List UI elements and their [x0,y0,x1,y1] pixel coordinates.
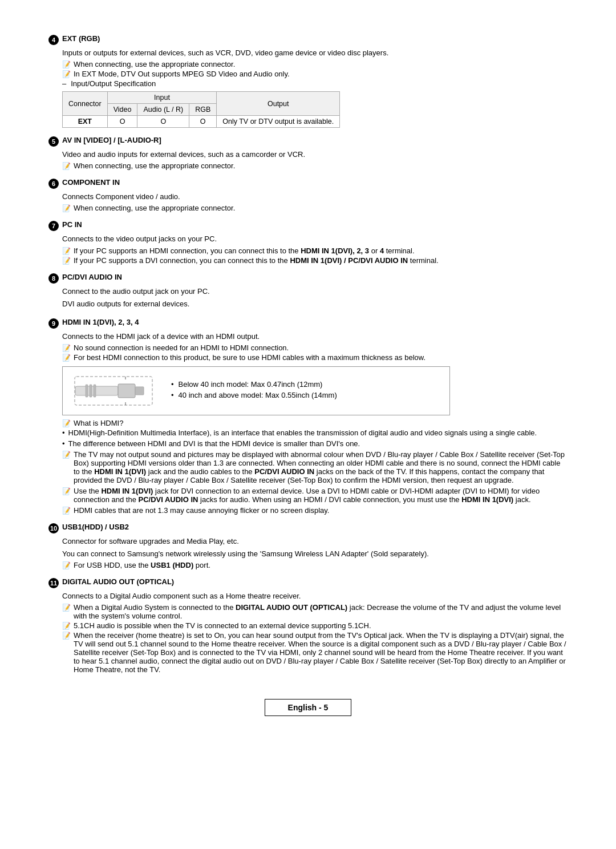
section-title-component: COMPONENT IN [62,178,120,187]
note-icon-what: 📝 [62,419,71,427]
section-body-digital: Connects to a Digital Audio component su… [62,591,568,674]
hdmi-note-flicker-text: HDMI cables that are not 1.3 may cause a… [74,506,329,515]
section-pcdvi: 8 PC/DVI AUDIO IN Connect to the audio o… [48,273,568,310]
ext-note2-text: In EXT Mode, DTV Out supports MPEG SD Vi… [74,70,290,78]
note-icon-hdmi1: 📝 [62,344,71,352]
ext-desc: Inputs or outputs for external devices, … [62,47,568,59]
section-title-usb: USB1(HDD) / USB2 [62,523,129,531]
section-header-hdmi: 9 HDMI IN 1(DVI), 2, 3, 4 [48,318,568,329]
section-body-av: Video and audio inputs for external devi… [62,149,568,170]
section-num-av: 5 [48,136,59,147]
ext-note1-text: When connecting, use the appropriate con… [74,60,235,68]
note-icon-dvi: 📝 [62,487,71,495]
section-title-av: AV IN [VIDEO] / [L-AUDIO-R] [62,136,161,144]
section-num-digital: 11 [48,578,59,588]
note-icon-digital2: 📝 [62,622,71,630]
usb-note1-text: For USB HDD, use the USB1 (HDD) port. [74,561,210,569]
note-icon-setop: 📝 [62,451,71,459]
hdmi-note-setop-text: The TV may not output sound and pictures… [74,450,568,484]
section-num-pcdvi: 8 [48,273,59,284]
bullet-icon-2: • [62,439,65,448]
hdmi-what: 📝 What is HDMI? [62,419,568,427]
hdmi-bullet-desc2-text: The difference between HDMI and DVI is t… [68,439,360,448]
row-ext-audio: O [137,116,189,128]
dash-symbol: – [62,79,66,88]
hdmi-bullet-list: Below 40 inch model: Max 0.47inch (12mm)… [171,380,337,402]
section-title-pc: PC IN [62,220,82,229]
pc-note1: 📝 If your PC supports an HDMI connection… [62,246,568,255]
component-note1-text: When connecting, use the appropriate con… [74,204,235,212]
hdmi-bullet-2: 40 inch and above model: Max 0.55inch (1… [171,391,337,399]
hdmi-note-flicker: 📝 HDMI cables that are not 1.3 may cause… [62,506,568,515]
section-body-usb: Connector for software upgrades and Medi… [62,536,568,569]
note-icon-pc2: 📝 [62,257,71,265]
section-num-component: 6 [48,179,59,189]
bullet-icon-1: • [62,428,65,437]
digital-note1: 📝 When a Digital Audio System is connect… [62,603,568,620]
section-header-usb: 10 USB1(HDD) / USB2 [48,523,568,533]
hdmi-note-dvi: 📝 Use the HDMI IN 1(DVI) jack for DVI co… [62,487,568,504]
section-title-pcdvi: PC/DVI AUDIO IN [62,273,122,281]
footer-label: English - 5 [288,703,329,712]
section-body-hdmi: Connects to the HDMI jack of a device wi… [62,331,568,515]
section-num-hdmi: 9 [48,318,59,329]
note-icon-usb1: 📝 [62,561,71,569]
usb-desc2: You can connect to Samsung's network wir… [62,548,568,560]
svg-rect-4 [118,384,135,398]
section-title-hdmi: HDMI IN 1(DVI), 2, 3, 4 [62,318,139,326]
digital-desc1: Connects to a Digital Audio component su… [62,591,568,602]
section-hdmi: 9 HDMI IN 1(DVI), 2, 3, 4 Connects to th… [48,318,568,515]
section-component: 6 COMPONENT IN Connects Component video … [48,178,568,212]
ext-note2: 📝 In EXT Mode, DTV Out supports MPEG SD … [62,70,568,78]
pc-note2-text: If your PC supports a DVI connection, yo… [74,256,439,265]
note-icon-digital1: 📝 [62,604,71,612]
section-av-in: 5 AV IN [VIDEO] / [L-AUDIO-R] Video and … [48,136,568,170]
pcdvi-desc2: DVI audio outputs for external devices. [62,298,568,310]
col-video: Video [107,104,137,116]
note-icon-component1: 📝 [62,204,71,212]
ext-dash-text: Input/Output Specification [71,79,156,88]
footer-box: English - 5 [265,699,352,716]
digital-note2-text: 5.1CH audio is possible when the TV is c… [74,621,371,630]
section-usb: 10 USB1(HDD) / USB2 Connector for softwa… [48,523,568,569]
section-num-pc: 7 [48,221,59,231]
hdmi-bullet-desc1: • HDMI(High-Definition Multimedia Interf… [62,428,568,437]
col-input: Input [107,92,217,104]
hdmi-bullet-desc2: • The difference between HDMI and DVI is… [62,439,568,448]
hdmi-cable-box: Below 40 inch model: Max 0.47inch (12mm)… [62,366,450,415]
hdmi-cable-svg [74,374,154,408]
hdmi-note-setop: 📝 The TV may not output sound and pictur… [62,450,568,484]
ext-dash: – Input/Output Specification [62,79,568,88]
av-note1-text: When connecting, use the appropriate con… [74,161,235,170]
col-connector: Connector [63,92,108,116]
digital-note2: 📝 5.1CH audio is possible when the TV is… [62,621,568,630]
section-body-ext: Inputs or outputs for external devices, … [62,47,568,128]
digital-note3-text: When the receiver (home theatre) is set … [74,631,568,674]
footer: English - 5 [48,682,568,727]
hdmi-note2-text: For best HDMI connection to this product… [74,353,425,362]
section-header-pcdvi: 8 PC/DVI AUDIO IN [48,273,568,284]
section-num-usb: 10 [48,523,59,533]
svg-rect-5 [135,387,144,395]
digital-note1-text: When a Digital Audio System is connected… [74,603,568,620]
note-icon-1: 📝 [62,60,71,68]
section-num-ext: 4 [48,35,59,45]
component-desc: Connects Component video / audio. [62,191,568,203]
hdmi-note2: 📝 For best HDMI connection to this produ… [62,353,568,362]
section-body-pc: Connects to the video output jacks on yo… [62,233,568,264]
hdmi-note1: 📝 No sound connection is needed for an H… [62,343,568,352]
svg-rect-2 [90,385,92,397]
hdmi-bullet-desc1-text: HDMI(High-Definition Multimedia Interfac… [68,428,537,437]
section-body-component: Connects Component video / audio. 📝 When… [62,191,568,212]
note-icon-av1: 📝 [62,162,71,170]
usb-desc1: Connector for software upgrades and Medi… [62,536,568,547]
hdmi-note-dvi-text: Use the HDMI IN 1(DVI) jack for DVI conn… [74,487,568,504]
row-ext-rgb: O [189,116,217,128]
hdmi-bullet-1: Below 40 inch model: Max 0.47inch (12mm) [171,380,337,389]
col-audio: Audio (L / R) [137,104,189,116]
row-ext-video: O [107,116,137,128]
note-icon-pc1: 📝 [62,247,71,255]
section-header-ext: 4 EXT (RGB) [48,34,568,45]
section-title-ext: EXT (RGB) [62,34,100,43]
col-output: Output [217,92,340,116]
